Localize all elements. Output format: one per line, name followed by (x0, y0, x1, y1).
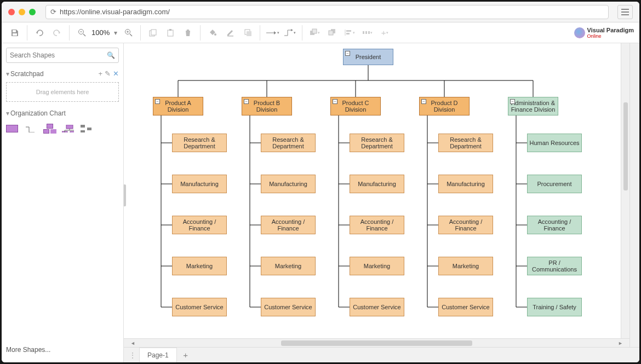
tab-drag-handle[interactable]: ⋮ (126, 351, 139, 359)
collapse-toggle[interactable]: − (510, 99, 515, 104)
minimize-window-button[interactable] (19, 9, 25, 15)
to-front-button[interactable]: ▾ (307, 25, 322, 41)
brand-icon (574, 27, 585, 38)
url-text: https://online.visual-paradigm.com/ (60, 8, 170, 16)
horizontal-scrollbar[interactable]: ◄► (124, 338, 629, 347)
org-node[interactable]: Customer Service (172, 298, 227, 316)
org-node[interactable]: Manufacturing (261, 175, 316, 193)
org-node[interactable]: Marketing (438, 257, 493, 275)
delete-button[interactable] (180, 25, 196, 41)
svg-rect-17 (312, 29, 317, 33)
collapse-icon: ▾ (6, 109, 9, 117)
org-node[interactable]: Manufacturing (438, 175, 493, 193)
org-node[interactable]: Customer Service (350, 298, 404, 316)
diagram-canvas[interactable]: President−Product A Division−Research & … (124, 43, 629, 338)
org-node[interactable]: Training / Safety (527, 298, 582, 316)
shape-orgchart-small[interactable] (43, 124, 55, 134)
maximize-window-button[interactable] (29, 9, 36, 15)
sidebar: 🔍 ▾ Scratchpad + ✎ ✕ Drag elements here … (2, 43, 124, 362)
distribute-button[interactable]: ▾ (359, 25, 375, 41)
scratchpad-dropzone[interactable]: Drag elements here (6, 82, 119, 102)
org-node[interactable]: PR / Communications (527, 257, 582, 275)
org-node[interactable]: Marketing (172, 257, 227, 275)
scratchpad-close-button[interactable]: ✕ (113, 70, 119, 78)
zoom-in-button[interactable] (121, 25, 136, 41)
reload-icon[interactable]: ⟳ (50, 8, 56, 16)
org-node[interactable]: Research & Department (350, 134, 404, 152)
vertical-scrollbar[interactable] (621, 43, 629, 338)
org-node[interactable]: Accounting / Finance (350, 216, 404, 234)
collapse-toggle[interactable]: − (333, 99, 337, 104)
collapse-toggle[interactable]: − (345, 51, 350, 56)
shape-node[interactable] (6, 125, 18, 132)
org-node[interactable]: Manufacturing (172, 175, 227, 193)
org-node[interactable]: Research & Department (261, 134, 316, 152)
fill-color-button[interactable] (205, 25, 220, 41)
paste-button[interactable] (163, 25, 178, 41)
org-node[interactable]: Administration & Finance Division− (508, 97, 558, 115)
scratchpad-edit-button[interactable]: ✎ (105, 70, 111, 78)
shape-connector[interactable] (25, 125, 37, 132)
search-shapes-input[interactable] (10, 51, 107, 59)
zoom-control: 100% ▾ (74, 25, 136, 41)
org-node[interactable]: Product B Division− (242, 97, 292, 115)
scratchpad-header[interactable]: ▾ Scratchpad + ✎ ✕ (6, 70, 119, 78)
content-area: 🔍 ▾ Scratchpad + ✎ ✕ Drag elements here … (2, 43, 639, 362)
org-node[interactable]: Product C Division− (330, 97, 381, 115)
address-bar[interactable]: ⟳ https://online.visual-paradigm.com/ (45, 5, 609, 19)
waypoint-style-button[interactable]: ▾ (282, 25, 297, 41)
copy-button[interactable] (145, 25, 161, 41)
collapse-toggle[interactable]: − (421, 99, 426, 104)
collapse-icon: ▾ (6, 70, 9, 78)
line-color-button[interactable] (222, 25, 238, 41)
to-back-button[interactable] (324, 25, 340, 41)
connector-style-button[interactable]: ▾ (265, 25, 280, 41)
scratchpad-add-button[interactable]: + (98, 70, 102, 78)
undo-button[interactable] (32, 25, 47, 41)
format-panel-collapsed[interactable] (629, 43, 639, 347)
org-node[interactable]: Procurement (527, 175, 582, 193)
more-shapes-link[interactable]: More Shapes... (6, 342, 119, 358)
org-node[interactable]: Customer Service (261, 298, 316, 316)
tab-page-1[interactable]: Page-1 (139, 348, 177, 362)
org-node[interactable]: Research & Department (172, 134, 227, 152)
org-node[interactable]: Accounting / Finance (172, 216, 227, 234)
org-node[interactable]: Accounting / Finance (527, 216, 582, 234)
traffic-lights (8, 9, 36, 15)
zoom-out-button[interactable] (74, 25, 89, 41)
svg-rect-9 (168, 30, 173, 36)
collapse-toggle[interactable]: − (244, 99, 249, 104)
zoom-dropdown[interactable]: ▾ (112, 25, 119, 41)
svg-rect-28 (70, 131, 74, 132)
svg-rect-21 (346, 30, 351, 32)
shape-orgchart-large[interactable] (62, 125, 74, 132)
browser-menu-button[interactable] (617, 5, 633, 19)
canvas-wrapper: President−Product A Division−Research & … (124, 43, 629, 347)
org-node[interactable]: Product A Division− (153, 97, 203, 115)
org-chart-header[interactable]: ▾ Organization Chart (6, 109, 119, 117)
org-node[interactable]: Research & Department (438, 134, 493, 152)
org-node[interactable]: Product D Division− (419, 97, 470, 115)
org-node[interactable]: Manufacturing (350, 175, 404, 193)
redo-button[interactable] (49, 25, 65, 41)
add-button[interactable]: + ▾ (377, 25, 392, 41)
search-shapes-box[interactable]: 🔍 (6, 48, 119, 63)
shadow-button[interactable] (240, 25, 255, 41)
app-window: ⟳ https://online.visual-paradigm.com/ 10… (2, 2, 639, 362)
zoom-value[interactable]: 100% (90, 28, 111, 37)
shape-list[interactable] (81, 125, 93, 132)
org-node[interactable]: Marketing (261, 257, 316, 275)
brand-logo[interactable]: Visual Paradigm Online (574, 27, 634, 39)
org-node[interactable]: Marketing (350, 257, 404, 275)
add-page-button[interactable]: + (178, 350, 193, 360)
org-node[interactable]: Human Resources (527, 134, 582, 152)
org-node[interactable]: Accounting / Finance (438, 216, 493, 234)
close-window-button[interactable] (8, 9, 15, 15)
save-button[interactable] (7, 25, 22, 41)
align-button[interactable]: ▾ (342, 25, 357, 41)
search-icon[interactable]: 🔍 (107, 51, 115, 59)
collapse-toggle[interactable]: − (155, 99, 160, 104)
org-node[interactable]: Accounting / Finance (261, 216, 316, 234)
org-node[interactable]: President− (343, 49, 393, 65)
org-node[interactable]: Customer Service (438, 298, 493, 316)
